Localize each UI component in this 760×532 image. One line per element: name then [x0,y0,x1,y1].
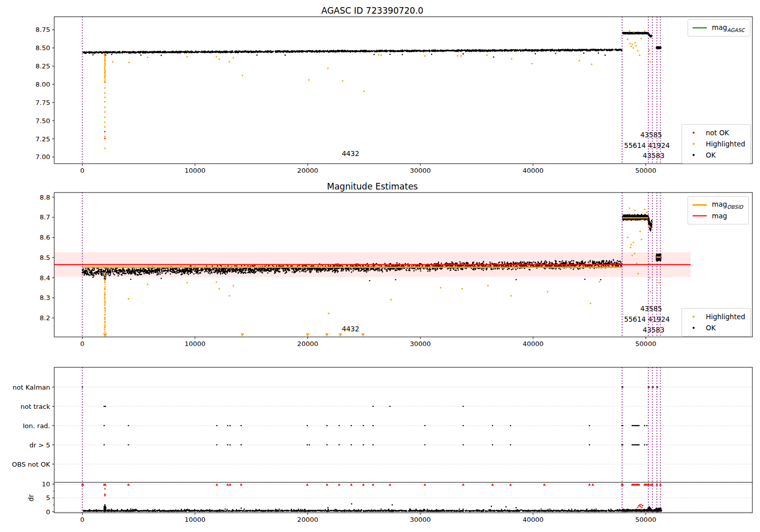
mag-top-axes: 010000200003000040000500007.007.257.507.… [35,17,752,174]
y-tick-label: 8.3 [40,294,50,301]
y-tick-label: 7.00 [35,153,50,161]
x-tick-label: 0 [80,167,84,174]
y-tick-label: 8.2 [40,314,50,322]
dr-axis-label: dr [27,494,35,502]
x-tick-label: 40000 [522,167,543,174]
mag-estimates-plot-area [54,208,691,337]
flag-and-dr-points [83,387,662,511]
x-tick-label: 20000 [297,340,318,348]
y-tick-label: 8.8 [40,194,50,201]
legend-top-markers: not OKHighlightedOK [681,124,751,164]
legend-entry: OK [686,149,745,161]
legend-entry: Highlighted [686,311,745,322]
flags-dr-plot-area [54,387,752,512]
y-tick-label: 8.5 [40,254,50,261]
legend-dot-icon [686,143,701,145]
x-tick-label: 30000 [410,516,431,523]
legend-line-swatch [692,204,707,206]
x-tick-label: 40000 [522,340,543,348]
x-tick-label: 20000 [297,516,318,523]
highlighted-streak [104,54,105,83]
highlighted-clipped-markers [103,333,365,337]
highlighted-points [105,31,651,148]
ok-points [83,32,661,57]
x-tick-label: 50000 [635,516,656,523]
legend-line-swatch [692,215,707,216]
obsid-annotation: 43583 [643,151,665,160]
figure-agasc-magnitude-report: AGASC ID 723390720.0 Magnitude Estimates… [0,0,760,532]
legend-dot-icon [686,132,701,134]
legend-entry: magAGASC [692,22,745,33]
obsid-annotation: 43585 [640,305,662,313]
flag-row-label: not Kalman [13,384,50,391]
dr-tick-label: 0 [46,508,50,516]
y-tick-label: 8.75 [35,26,50,33]
obsid-annotation: 55614 41924 [624,141,670,149]
y-tick-label: 7.75 [35,99,50,106]
plots-canvas: 4358555614 41924435834432010000200003000… [0,0,760,532]
x-tick-label: 30000 [410,167,431,174]
legend-entry: Highlighted [686,138,745,149]
legend-mid-markers: HighlightedOK [681,308,751,336]
y-tick-label: 8.00 [35,81,50,88]
x-tick-label: 20000 [297,167,318,174]
dr-tick-label: 5 [46,494,50,502]
y-tick-label: 8.4 [40,274,50,282]
flags-dr-axes: 01000020000300004000050000not Kalmannot … [12,367,753,523]
y-tick-label: 8.50 [35,44,50,52]
flag-row-label: dr > 5 [29,441,50,449]
mag-top-plot-area [83,31,661,148]
legend-label: mag [712,212,727,220]
x-tick-label: 30000 [410,340,431,348]
mag-top-annotations: 4358555614 41924435834432 [342,131,670,160]
legend-label: magOBSID [712,200,743,210]
legend-label: magAGASC [712,23,745,33]
x-tick-label: 40000 [522,516,543,523]
x-tick-label: 0 [80,340,84,348]
obsid-annotation: 43583 [643,326,665,334]
flag-row-label: Ion. rad. [23,422,50,430]
obsid-annotation: 4432 [342,149,359,158]
highlighted-streak [104,275,105,330]
x-tick-label: 50000 [635,340,656,348]
legend-mag-agasc: magAGASC [688,19,750,36]
mag-estimates-annotations: 4358555614 41924435834432 [342,305,670,334]
y-tick-label: 8.25 [35,62,50,70]
y-tick-label: 8.7 [40,213,50,221]
obsid-annotation: 43585 [640,131,662,139]
obsid-annotation: 55614 41924 [624,315,670,323]
x-tick-label: 10000 [184,340,205,348]
legend-mag-obsid: magOBSIDmag [688,196,749,224]
legend-entry: mag [692,210,743,221]
y-tick-label: 8.6 [40,234,50,241]
x-tick-label: 50000 [635,167,656,174]
dr-tick-label: 10 [42,480,50,488]
legend-label: OK [706,151,715,159]
x-tick-label: 0 [80,516,84,523]
y-tick-label: 7.25 [35,135,50,143]
legend-entry: not OK [686,127,745,138]
obsid-annotation: 4432 [342,325,359,333]
legend-label: not OK [706,129,729,137]
legend-dot-icon [686,154,701,156]
not-ok-clipped-markers [81,483,662,486]
legend-line-swatch [692,27,707,28]
y-tick-label: 7.50 [35,117,50,125]
x-tick-label: 10000 [184,167,205,174]
flags-dr-obsid-vlines [82,367,660,513]
flag-row-label: OBS not OK [12,461,51,468]
not-ok-dr-points [105,489,642,508]
legend-label: OK [706,324,715,332]
legend-entry: magOBSID [692,199,743,210]
legend-entry: OK [686,322,745,333]
legend-dot-icon [686,316,701,318]
legend-label: Highlighted [706,140,745,148]
legend-label: Highlighted [706,313,745,321]
legend-dot-icon [686,327,701,329]
x-tick-label: 10000 [184,516,205,523]
flag-row-label: not track [20,403,50,410]
mag-top-obsid-vlines [82,17,660,164]
